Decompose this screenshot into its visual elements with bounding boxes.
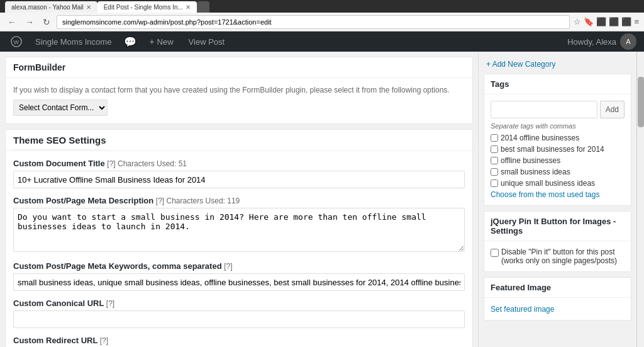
- ext2-icon[interactable]: ⬛: [609, 17, 619, 26]
- set-featured-image-link[interactable]: Set featured image: [491, 305, 554, 314]
- tag-label-2: best small businesses for 2014: [501, 145, 604, 154]
- avatar[interactable]: A: [620, 33, 636, 50]
- doc-title-label: Custom Document Title [?] Characters Use…: [13, 159, 465, 168]
- tag-item-4: small business ideas: [491, 168, 625, 176]
- ext3-icon[interactable]: ⬛: [621, 17, 631, 26]
- featured-image-widget: Featured Image Set featured image: [484, 277, 631, 321]
- comment-icon[interactable]: 💬: [119, 36, 142, 48]
- tag-label-3: offline businesses: [501, 156, 560, 165]
- featured-image-title[interactable]: Featured Image: [484, 278, 631, 298]
- tab2-label: Edit Post - Single Moms In...: [104, 4, 183, 11]
- formbuilder-body: If you wish to display a contact form th…: [6, 78, 472, 123]
- tag-item-3: offline businesses: [491, 156, 625, 165]
- tag-label-1: 2014 offline businesses: [501, 134, 579, 142]
- tag-label-4: small business ideas: [501, 168, 570, 176]
- extension-icon[interactable]: ⬛: [596, 17, 606, 26]
- pin-checkbox-row: Disable "Pin it" button for this post (w…: [491, 247, 625, 265]
- meta-desc-label: Custom Post/Page Meta Description [?] Ch…: [13, 196, 465, 205]
- tags-widget-header[interactable]: Tags: [484, 74, 631, 94]
- tag-label-5: unique small business ideas: [501, 179, 595, 188]
- wp-content: FormBuilder If you wish to display a con…: [0, 52, 478, 347]
- plus-icon: +: [149, 37, 154, 47]
- forward-button[interactable]: →: [23, 16, 36, 28]
- tags-input-row: Add: [491, 101, 625, 118]
- formbuilder-box: FormBuilder If you wish to display a con…: [5, 57, 473, 124]
- doc-title-hint: [?] Characters Used: 51: [107, 159, 187, 168]
- formbuilder-title: FormBuilder: [6, 57, 472, 78]
- tag-item-1: 2014 offline businesses: [491, 134, 625, 142]
- browser-chrome: alexa.mason - Yahoo Mail ✕ Edit Post - S…: [0, 0, 644, 13]
- browser-nav: ← → ↻ ☆ 🔖 ⬛ ⬛ ⬛ ≡: [0, 13, 644, 31]
- wp-main: FormBuilder If you wish to display a con…: [0, 52, 644, 347]
- refresh-button[interactable]: ↻: [40, 16, 53, 28]
- canonical-url-section: Custom Canonical URL [?]: [13, 299, 465, 328]
- meta-keywords-label: Custom Post/Page Meta Keywords, comma se…: [13, 261, 465, 271]
- tag-checkbox-2[interactable]: [491, 145, 498, 153]
- tag-item-5: unique small business ideas: [491, 179, 625, 188]
- browser-tabs: alexa.mason - Yahoo Mail ✕ Edit Post - S…: [5, 0, 209, 13]
- view-post-link[interactable]: View Post: [181, 37, 233, 47]
- theme-seo-body: Custom Document Title [?] Characters Use…: [6, 151, 472, 347]
- nav-icons: ☆ 🔖 ⬛ ⬛ ⬛ ≡: [574, 17, 639, 26]
- jquery-pin-title[interactable]: jQuery Pin It Button for Images - Settin…: [484, 212, 631, 241]
- star-icon[interactable]: ☆: [574, 17, 581, 26]
- tab1-label: alexa.mason - Yahoo Mail: [11, 4, 84, 11]
- browser-tab-2[interactable]: Edit Post - Single Moms In... ✕: [97, 1, 197, 13]
- menu-icon[interactable]: ≡: [634, 17, 639, 26]
- new-post-button[interactable]: + New: [142, 37, 180, 47]
- jquery-pin-widget: jQuery Pin It Button for Images - Settin…: [484, 211, 631, 272]
- canonical-url-label: Custom Canonical URL [?]: [13, 299, 465, 308]
- howdy-text: Howdy, Alexa: [567, 37, 616, 47]
- tab1-close[interactable]: ✕: [86, 4, 91, 11]
- browser-tab-1[interactable]: alexa.mason - Yahoo Mail ✕: [5, 1, 97, 13]
- disable-pin-checkbox[interactable]: [491, 249, 499, 257]
- theme-seo-title: Theme SEO Settings: [13, 135, 106, 150]
- add-new-category-section: + Add New Category: [484, 57, 631, 74]
- meta-keywords-section: Custom Post/Page Meta Keywords, comma se…: [13, 261, 465, 291]
- scrollbar-track[interactable]: [636, 52, 644, 347]
- tag-checkbox-5[interactable]: [491, 179, 498, 187]
- new-label: New: [157, 37, 174, 47]
- add-new-category-link[interactable]: + Add New Category: [486, 60, 555, 69]
- tag-checkbox-4[interactable]: [491, 168, 498, 176]
- howdy-section: Howdy, Alexa A: [567, 33, 636, 50]
- add-tag-button[interactable]: Add: [600, 101, 625, 118]
- back-button[interactable]: ←: [5, 16, 19, 28]
- canonical-url-hint: [?]: [106, 299, 114, 308]
- tags-input[interactable]: [491, 101, 597, 118]
- redirect-url-section: Custom Redirect URL [?]: [13, 336, 465, 347]
- doc-title-section: Custom Document Title [?] Characters Use…: [13, 159, 465, 188]
- site-name[interactable]: Single Moms Income: [28, 37, 119, 47]
- url-bar[interactable]: [57, 15, 570, 29]
- meta-keywords-input[interactable]: [13, 273, 465, 291]
- meta-desc-textarea[interactable]: Do you want to start a small business in…: [13, 208, 465, 252]
- bookmark-icon[interactable]: 🔖: [584, 17, 594, 26]
- doc-title-input[interactable]: [13, 171, 465, 188]
- meta-desc-section: Custom Post/Page Meta Description [?] Ch…: [13, 196, 465, 254]
- tags-list: 2014 offline businesses best small busin…: [491, 134, 625, 188]
- featured-image-body: Set featured image: [484, 298, 631, 320]
- scrollbar-thumb[interactable]: [638, 77, 644, 127]
- tags-hint: Separate tags with commas: [491, 122, 625, 130]
- redirect-url-label: Custom Redirect URL [?]: [13, 336, 465, 345]
- wp-logo[interactable]: W: [8, 33, 25, 50]
- svg-text:W: W: [14, 39, 19, 45]
- meta-keywords-hint: [?]: [224, 262, 232, 271]
- tags-widget: Tags Add Separate tags with commas 2014 …: [484, 74, 631, 206]
- wp-sidebar: + Add New Category Tags Add Separate tag…: [478, 52, 636, 347]
- choose-tags-link[interactable]: Choose from the most used tags: [491, 190, 625, 199]
- tags-title: Tags: [491, 79, 509, 89]
- contact-form-select[interactable]: Select Contact Form...: [13, 100, 108, 116]
- formbuilder-description: If you wish to display a contact form th…: [13, 86, 465, 94]
- theme-seo-box: Theme SEO Settings Custom Document Title…: [5, 129, 473, 347]
- theme-seo-header: Theme SEO Settings: [6, 130, 472, 151]
- tag-item-2: best small businesses for 2014: [491, 145, 625, 154]
- canonical-url-input[interactable]: [13, 310, 465, 328]
- tag-checkbox-3[interactable]: [491, 157, 498, 164]
- browser-tab-3[interactable]: [197, 1, 209, 13]
- tags-widget-body: Add Separate tags with commas 2014 offli…: [484, 94, 631, 205]
- meta-desc-hint: [?] Characters Used: 119: [156, 196, 240, 205]
- tab2-close[interactable]: ✕: [186, 4, 191, 11]
- redirect-url-hint: [?]: [100, 336, 108, 345]
- tag-checkbox-1[interactable]: [491, 134, 498, 142]
